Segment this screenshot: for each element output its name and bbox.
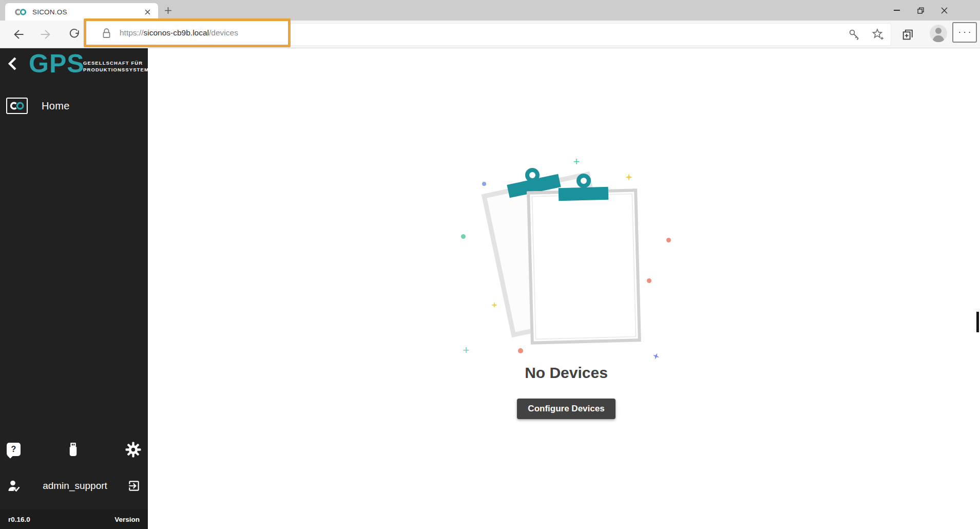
sidebar: GPS GESELLSCHAFT FÜR PRODUKTIONSSYSTEME … <box>0 48 148 529</box>
key-icon[interactable] <box>847 27 861 42</box>
tab-title: SICON.OS <box>32 8 142 16</box>
version-value: r0.16.0 <box>8 516 30 523</box>
tab-close-icon[interactable] <box>142 6 153 17</box>
clipboard-front-clip <box>559 187 609 201</box>
user-row[interactable]: admin_support <box>0 471 148 500</box>
decoration-dot <box>647 278 651 283</box>
url-host: siconos-cb9b.local <box>144 28 209 37</box>
user-check-icon <box>7 479 23 493</box>
new-tab-icon[interactable] <box>162 4 174 16</box>
url-text[interactable]: https://siconos-cb9b.local/devices <box>120 28 238 37</box>
settings-gear-icon[interactable] <box>125 442 141 458</box>
titlebar: SICON.OS <box>0 0 980 21</box>
help-icon[interactable]: ? <box>7 443 21 456</box>
cursor-artifact <box>976 312 979 332</box>
decoration-dot <box>666 238 671 242</box>
close-icon[interactable] <box>932 0 956 21</box>
clipboard-back-ring <box>525 168 540 182</box>
decoration-dot <box>461 234 466 239</box>
browser-toolbar: https://siconos-cb9b.local/devices ··· <box>0 21 980 48</box>
avatar-body <box>933 35 944 42</box>
gps-logo-subtitle-line2: PRODUKTIONSSYSTEME <box>83 66 148 73</box>
gps-logo-subtitle: GESELLSCHAFT FÜR PRODUKTIONSSYSTEME <box>83 60 148 73</box>
empty-state-title: No Devices <box>489 364 643 382</box>
sidebar-tools-row: ? <box>0 434 148 464</box>
version-row: r0.16.0 Version <box>0 509 148 529</box>
user-name: admin_support <box>23 480 127 492</box>
decoration-plus: + <box>571 157 582 167</box>
sidebar-item-home[interactable]: Home <box>0 93 148 118</box>
collapse-chevron-icon[interactable] <box>6 55 20 72</box>
address-highlight-box: https://siconos-cb9b.local/devices <box>84 18 291 47</box>
favorite-star-icon[interactable] <box>871 27 885 42</box>
home-icon <box>6 98 28 114</box>
sidebar-item-label: Home <box>42 100 70 112</box>
clipboard-front-illustration <box>527 188 641 345</box>
gps-logo-subtitle-line1: GESELLSCHAFT FÜR <box>83 60 148 66</box>
clipboard-front-paper <box>531 193 636 339</box>
decoration-sparkle <box>491 301 497 310</box>
url-scheme: https:// <box>120 28 144 37</box>
usb-icon[interactable] <box>67 442 80 458</box>
collections-icon[interactable] <box>900 27 915 42</box>
gps-logo: GPS <box>29 48 85 79</box>
forward-arrow-icon[interactable] <box>39 27 53 42</box>
sicon-favicon <box>14 8 27 16</box>
decoration-sparkle <box>625 174 632 183</box>
main-content: + + No Devices Configure Devices <box>148 48 980 529</box>
avatar-head <box>935 28 941 34</box>
more-menu-button[interactable]: ··· <box>952 22 977 43</box>
version-label: Version <box>114 516 140 523</box>
decoration-sparkle <box>651 351 660 362</box>
decoration-dot <box>482 182 486 186</box>
profile-avatar[interactable] <box>930 25 947 42</box>
decoration-dot <box>518 348 523 353</box>
configure-devices-button[interactable]: Configure Devices <box>517 399 616 419</box>
lock-icon[interactable] <box>102 27 111 39</box>
decoration-plus: + <box>461 345 471 355</box>
back-arrow-icon[interactable] <box>11 27 25 42</box>
logout-icon[interactable] <box>127 479 141 493</box>
refresh-icon[interactable] <box>67 27 82 42</box>
clipboard-front-ring <box>577 174 591 188</box>
minimize-icon[interactable] <box>885 0 909 21</box>
restore-icon[interactable] <box>909 0 932 21</box>
url-path: /devices <box>209 28 238 37</box>
window-controls <box>885 0 956 21</box>
browser-tab[interactable]: SICON.OS <box>5 3 158 21</box>
more-menu-icon: ··· <box>956 27 973 37</box>
